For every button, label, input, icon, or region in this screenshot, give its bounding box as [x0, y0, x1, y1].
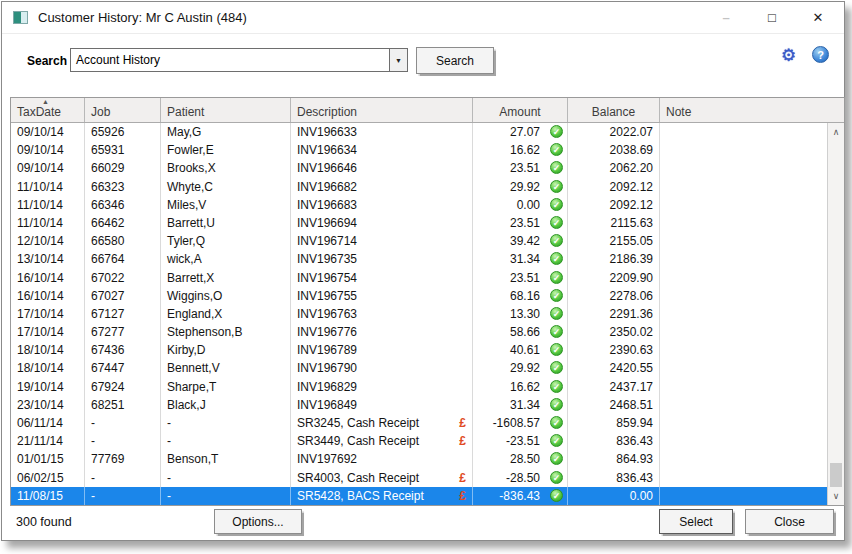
table-row[interactable]: 16/10/1467027Wiggins,OINV19675568.16✓227…: [11, 287, 827, 305]
minimize-button[interactable]: –: [703, 2, 749, 33]
search-button[interactable]: Search: [416, 47, 494, 74]
cell-description: SR3245, Cash Receipt£: [291, 414, 473, 432]
check-icon: ✓: [550, 398, 563, 411]
cell-balance: 2092.12: [568, 196, 660, 214]
select-button[interactable]: Select: [659, 509, 733, 534]
cell-amount: 23.51✓: [473, 269, 568, 287]
description-text: INV196849: [297, 396, 357, 414]
cell-balance: 2278.06: [568, 287, 660, 305]
cell-amount: 23.51✓: [473, 214, 568, 232]
column-header-amount[interactable]: Amount: [473, 98, 568, 122]
check-icon: ✓: [550, 289, 563, 302]
gear-icon[interactable]: ⚙: [781, 45, 796, 66]
scrollbar-thumb[interactable]: [830, 463, 842, 487]
cell-job: 66346: [85, 196, 161, 214]
search-type-dropdown[interactable]: Account History ▼: [70, 48, 408, 72]
table-row[interactable]: 11/10/1466323Whyte,CINV19668229.92✓2092.…: [11, 178, 827, 196]
table-row[interactable]: 09/10/1466029Brooks,XINV19664623.51✓2062…: [11, 159, 827, 177]
maximize-button[interactable]: □: [749, 2, 795, 33]
table-row[interactable]: 09/10/1465931Fowler,EINV19663416.62✓2038…: [11, 141, 827, 159]
cell-description: INV197692: [291, 450, 473, 468]
cell-amount: 16.62✓: [473, 378, 568, 396]
vertical-scrollbar[interactable]: ∧ ∨: [827, 123, 844, 505]
table-row[interactable]: 09/10/1465926May,GINV19663327.07✓2022.07: [11, 123, 827, 141]
help-icon[interactable]: ?: [812, 46, 829, 63]
cell-patient: Whyte,C: [161, 178, 291, 196]
check-icon: ✓: [550, 271, 563, 284]
cell-description: INV196683: [291, 196, 473, 214]
cell-taxdate: 01/01/15: [11, 450, 85, 468]
cell-amount: 31.34✓: [473, 250, 568, 268]
table-row[interactable]: 23/10/1468251Black,JINV19684931.34✓2468.…: [11, 396, 827, 414]
table-row[interactable]: 12/10/1466580Tyler,QINV19671439.42✓2155.…: [11, 232, 827, 250]
description-text: SR5428, BACS Receipt: [297, 487, 424, 505]
cell-note: [660, 469, 827, 487]
description-text: INV196694: [297, 214, 357, 232]
amount-value: 29.92: [479, 178, 540, 196]
cell-note: [660, 159, 827, 177]
table-row[interactable]: 18/10/1467436Kirby,DINV19678940.61✓2390.…: [11, 341, 827, 359]
table-row[interactable]: 06/02/15--SR4003, Cash Receipt£-28.50✓83…: [11, 469, 827, 487]
close-button[interactable]: Close: [745, 509, 834, 534]
check-icon: ✓: [550, 343, 563, 356]
table-row[interactable]: 11/10/1466462Barrett,UINV19669423.51✓211…: [11, 214, 827, 232]
check-icon: ✓: [550, 198, 563, 211]
amount-value: 29.92: [479, 359, 540, 377]
cell-patient: Miles,V: [161, 196, 291, 214]
table-row[interactable]: 21/11/14--SR3449, Cash Receipt£-23.51✓83…: [11, 432, 827, 450]
description-text: INV196714: [297, 232, 357, 250]
cell-patient: wick,A: [161, 250, 291, 268]
cell-job: 66764: [85, 250, 161, 268]
cell-description: INV196754: [291, 269, 473, 287]
cell-description: INV196790: [291, 359, 473, 377]
amount-value: -28.50: [479, 469, 540, 487]
column-header-patient[interactable]: Patient: [161, 98, 291, 122]
scroll-up-icon[interactable]: ∧: [828, 124, 844, 140]
table-row[interactable]: 13/10/1466764wick,AINV19673531.34✓2186.3…: [11, 250, 827, 268]
table-row[interactable]: 01/01/1577769Benson,TINV19769228.50✓864.…: [11, 450, 827, 468]
check-icon: ✓: [550, 252, 563, 265]
cell-description: INV196755: [291, 287, 473, 305]
options-button[interactable]: Options...: [214, 509, 302, 534]
amount-value: -836.43: [479, 487, 540, 505]
amount-value: 13.30: [479, 305, 540, 323]
description-text: INV196683: [297, 196, 357, 214]
sort-asc-icon: ▲: [42, 98, 49, 105]
column-header-note[interactable]: Note: [660, 98, 844, 122]
cell-patient: -: [161, 414, 291, 432]
table-row[interactable]: 11/10/1466346Miles,VINV1966830.00✓2092.1…: [11, 196, 827, 214]
pound-icon: £: [459, 469, 466, 487]
close-window-button[interactable]: ✕: [795, 2, 841, 33]
cell-balance: 836.43: [568, 469, 660, 487]
cell-note: [660, 396, 827, 414]
cell-note: [660, 141, 827, 159]
table-row[interactable]: 18/10/1467447Bennett,VINV19679029.92✓242…: [11, 359, 827, 377]
column-header-job[interactable]: Job: [85, 98, 161, 122]
cell-taxdate: 23/10/14: [11, 396, 85, 414]
table-row[interactable]: 06/11/14--SR3245, Cash Receipt£-1608.57✓…: [11, 414, 827, 432]
cell-note: [660, 178, 827, 196]
scroll-down-icon[interactable]: ∨: [828, 488, 844, 504]
cell-description: INV196646: [291, 159, 473, 177]
description-text: INV196735: [297, 250, 357, 268]
column-header-balance[interactable]: Balance: [568, 98, 660, 122]
table-row[interactable]: 16/10/1467022Barrett,XINV19675423.51✓220…: [11, 269, 827, 287]
table-row[interactable]: 17/10/1467277Stephenson,BINV19677658.66✓…: [11, 323, 827, 341]
amount-value: 39.42: [479, 232, 540, 250]
description-text: SR4003, Cash Receipt: [297, 469, 419, 487]
table-row[interactable]: 11/08/15--SR5428, BACS Receipt£-836.43✓0…: [11, 487, 827, 505]
table-row[interactable]: 17/10/1467127England,XINV19676313.30✓229…: [11, 305, 827, 323]
chevron-down-icon[interactable]: ▼: [389, 49, 407, 71]
amount-value: 0.00: [479, 196, 540, 214]
cell-balance: 2350.02: [568, 323, 660, 341]
check-icon: ✓: [550, 161, 563, 174]
description-text: INV197692: [297, 450, 357, 468]
description-text: INV196763: [297, 305, 357, 323]
cell-balance: 836.43: [568, 432, 660, 450]
cell-balance: 2038.69: [568, 141, 660, 159]
column-header-description[interactable]: Description: [291, 98, 473, 122]
amount-value: 28.50: [479, 450, 540, 468]
table-row[interactable]: 19/10/1467924Sharpe,TINV19682916.62✓2437…: [11, 378, 827, 396]
check-icon: ✓: [550, 216, 563, 229]
cell-job: 77769: [85, 450, 161, 468]
